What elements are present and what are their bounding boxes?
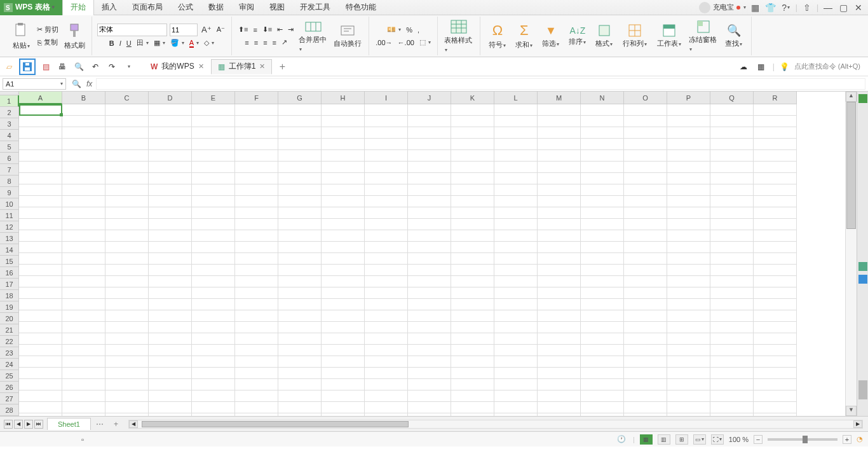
cell[interactable] <box>235 379 278 390</box>
row-header-11[interactable]: 11 <box>0 210 19 221</box>
cell[interactable] <box>710 402 754 413</box>
cell[interactable] <box>624 310 667 322</box>
cell[interactable] <box>451 184 494 196</box>
cell[interactable] <box>149 253 192 265</box>
cell[interactable] <box>581 322 624 333</box>
cell[interactable] <box>408 390 451 402</box>
col-header-G[interactable]: G <box>278 92 322 104</box>
cell[interactable] <box>538 219 581 230</box>
sum-button[interactable]: Σ求和▾ <box>512 21 536 51</box>
cell[interactable] <box>278 299 322 310</box>
cell[interactable] <box>192 356 235 368</box>
cell[interactable] <box>538 230 581 242</box>
cell[interactable] <box>581 104 624 116</box>
cell[interactable] <box>322 162 365 173</box>
col-header-P[interactable]: P <box>667 92 710 104</box>
cell[interactable] <box>451 150 494 162</box>
cell[interactable] <box>538 162 581 173</box>
cell[interactable] <box>538 402 581 413</box>
cell[interactable] <box>451 333 494 345</box>
cell[interactable] <box>322 402 365 413</box>
cell[interactable] <box>105 242 149 253</box>
hscroll-thumb[interactable] <box>142 421 409 427</box>
cell[interactable] <box>451 379 494 390</box>
cell[interactable] <box>538 139 581 150</box>
cell[interactable] <box>149 322 192 333</box>
cell[interactable] <box>538 173 581 184</box>
cell[interactable] <box>192 230 235 242</box>
percent-button[interactable]: % <box>405 24 414 36</box>
cell[interactable] <box>624 104 667 116</box>
filter-button[interactable]: ▼筛选▾ <box>539 23 563 50</box>
cell[interactable] <box>19 253 62 265</box>
cell[interactable] <box>192 368 235 379</box>
row-header-10[interactable]: 10 <box>0 198 19 210</box>
cell[interactable] <box>192 299 235 310</box>
cell[interactable] <box>192 207 235 219</box>
cell[interactable] <box>494 150 538 162</box>
cell[interactable] <box>62 299 105 310</box>
decrease-indent-button[interactable]: ⇤ <box>276 24 284 36</box>
vscroll-thumb[interactable] <box>846 102 856 229</box>
cell[interactable] <box>494 207 538 219</box>
cell[interactable] <box>494 322 538 333</box>
cell[interactable] <box>365 230 408 242</box>
cell[interactable] <box>278 368 322 379</box>
cell[interactable] <box>624 242 667 253</box>
cell[interactable] <box>581 162 624 173</box>
cell[interactable] <box>494 379 538 390</box>
cell[interactable] <box>192 242 235 253</box>
cell[interactable] <box>581 219 624 230</box>
increase-font-button[interactable]: A⁺ <box>200 24 213 36</box>
cell[interactable] <box>235 356 278 368</box>
cell[interactable] <box>667 276 710 287</box>
cell[interactable] <box>19 276 62 287</box>
cell[interactable] <box>710 139 754 150</box>
cell[interactable] <box>451 310 494 322</box>
cell[interactable] <box>624 162 667 173</box>
cell[interactable] <box>581 150 624 162</box>
cell[interactable] <box>192 379 235 390</box>
cell[interactable] <box>538 184 581 196</box>
undo-button[interactable]: ↶ <box>89 60 102 73</box>
row-header-9[interactable]: 9 <box>0 187 19 198</box>
cell[interactable] <box>235 299 278 310</box>
cell[interactable] <box>408 139 451 150</box>
cell[interactable] <box>365 299 408 310</box>
cell[interactable] <box>538 413 581 416</box>
cell[interactable] <box>451 356 494 368</box>
cell[interactable] <box>19 127 62 139</box>
cell[interactable] <box>105 379 149 390</box>
cell[interactable] <box>494 104 538 116</box>
row-header-17[interactable]: 17 <box>0 279 19 290</box>
cell[interactable] <box>19 139 62 150</box>
cell[interactable] <box>235 390 278 402</box>
auto-wrap-button[interactable]: 自动换行 <box>332 22 363 50</box>
cell[interactable] <box>408 207 451 219</box>
cell[interactable] <box>62 413 105 416</box>
cell[interactable] <box>754 230 797 242</box>
cell[interactable] <box>192 116 235 127</box>
cell[interactable] <box>451 322 494 333</box>
cell[interactable] <box>278 127 322 139</box>
cell[interactable] <box>365 413 408 416</box>
cell[interactable] <box>105 299 149 310</box>
cell[interactable] <box>710 207 754 219</box>
cell[interactable] <box>710 356 754 368</box>
cell[interactable] <box>322 207 365 219</box>
cell[interactable] <box>62 368 105 379</box>
cell[interactable] <box>19 173 62 184</box>
cell[interactable] <box>235 230 278 242</box>
align-center-button[interactable]: ≡ <box>253 37 259 48</box>
cell[interactable] <box>408 413 451 416</box>
row-header-12[interactable]: 12 <box>0 221 19 233</box>
cell[interactable] <box>754 127 797 139</box>
cell[interactable] <box>322 322 365 333</box>
cell[interactable] <box>710 345 754 356</box>
cell[interactable] <box>105 390 149 402</box>
cell[interactable] <box>451 413 494 416</box>
cell[interactable] <box>710 116 754 127</box>
cell[interactable] <box>710 196 754 207</box>
align-left-button[interactable]: ≡ <box>243 37 250 48</box>
cell[interactable] <box>19 402 62 413</box>
